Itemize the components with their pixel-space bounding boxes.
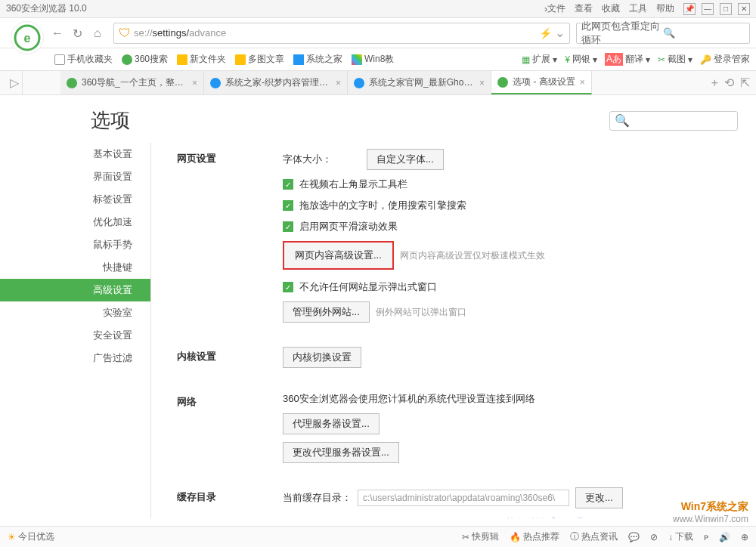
section-title-kernel: 内核设置 (177, 347, 283, 375)
webpage-advanced-button[interactable]: 网页内容高级设置... (283, 241, 394, 270)
sidebar-item-interface[interactable]: 界面设置 (0, 165, 150, 188)
settings-main: 网页设置 字体大小： 自定义字体... ✓在视频右上角显示工具栏 ✓拖放选中的文… (151, 143, 756, 518)
custom-font-button[interactable]: 自定义字体... (367, 149, 444, 170)
sun-icon: ☀ (8, 532, 16, 542)
url-text: se://settings/advance (134, 27, 536, 39)
bank-icon: ¥ (565, 54, 570, 65)
window-minimize-button[interactable]: — (702, 3, 714, 15)
kernel-switch-button[interactable]: 内核切换设置 (283, 347, 361, 368)
menu-file[interactable]: 文件 (547, 2, 565, 15)
status-today[interactable]: ☀今日优选 (8, 530, 54, 543)
close-icon[interactable]: × (336, 78, 341, 88)
status-momo[interactable]: ᴘ (704, 532, 708, 542)
tab-360nav[interactable]: 360导航_一个主页，整个世× (60, 71, 204, 94)
bookmark-multipic[interactable]: 多图文章 (235, 53, 284, 66)
new-tab-button[interactable]: + (711, 76, 718, 90)
flame-icon: 🔥 (510, 532, 521, 542)
toolbar-bank[interactable]: ¥网银▾ (565, 53, 597, 66)
browser-logo: e (11, 21, 44, 54)
sidebar-item-tabs[interactable]: 标签设置 (0, 188, 150, 211)
status-chat[interactable]: 💬 (628, 532, 640, 542)
checkbox-drag-search[interactable]: ✓ (283, 200, 293, 211)
bookmark-mobile[interactable]: 手机收藏夹 (54, 53, 113, 66)
puzzle-icon: ▦ (522, 54, 530, 65)
proxy-settings-button[interactable]: 代理服务器设置... (283, 413, 380, 434)
sidebar-item-advanced[interactable]: 高级设置 (0, 279, 150, 301)
tab-list-button[interactable]: ▷ (6, 71, 23, 94)
menu-view[interactable]: 查看 (575, 2, 593, 15)
checkbox-video-toolbar[interactable]: ✓ (283, 179, 293, 190)
favicon (354, 78, 364, 88)
window-close-button[interactable]: ✕ (738, 3, 750, 15)
status-block[interactable]: ⊘ (650, 532, 658, 542)
folder-icon (235, 54, 246, 65)
manage-exceptions-hint: 例外网站可以弹出窗口 (376, 306, 466, 319)
restore-tab-button[interactable]: ⟲ (724, 76, 734, 90)
lightning-icon[interactable]: ⚡ (539, 27, 552, 39)
bookmark-newfolder[interactable]: 新文件夹 (177, 53, 226, 66)
close-icon[interactable]: × (580, 77, 585, 88)
back-button[interactable]: ← (51, 26, 65, 40)
change-proxy-button[interactable]: 更改代理服务器设置... (283, 442, 399, 463)
tab-overflow-button[interactable]: ⇱ (740, 76, 750, 90)
toolbar-screenshot[interactable]: ✂截图▾ (658, 53, 692, 66)
watermark: Win7系统之家 www.Winwin7.com (673, 500, 748, 524)
checkbox-smooth-scroll[interactable]: ✓ (283, 221, 293, 232)
sidebar-item-shortcuts[interactable]: 快捷键 (0, 256, 150, 279)
close-icon[interactable]: × (479, 78, 485, 88)
toolbar-translate[interactable]: Aあ翻译▾ (605, 53, 650, 66)
sidebar-item-optimize[interactable]: 优化加速 (0, 211, 150, 233)
tab-settings[interactable]: 选项 - 高级设置× (491, 71, 592, 94)
menu-help[interactable]: 帮助 (656, 2, 674, 15)
360-icon (122, 54, 132, 65)
dropdown-icon[interactable]: ⌄ (555, 26, 565, 40)
status-quickedit[interactable]: ✂快剪辑 (462, 530, 499, 543)
translate-icon: Aあ (605, 53, 623, 66)
change-cache-button[interactable]: 更改... (575, 487, 623, 508)
window-maximize-button[interactable]: □ (720, 3, 732, 15)
status-mute[interactable]: 🔊 (719, 532, 730, 542)
section-title-network: 网络 (177, 392, 283, 471)
bookmark-360search[interactable]: 360搜索 (122, 53, 168, 66)
window-pin-button[interactable]: 📌 (683, 3, 696, 15)
status-bar: ☀今日优选 ✂快剪辑 🔥热点推荐 ⓘ热点资讯 💬 ⊘ ↓下载 ᴘ 🔊 ⊕ (0, 526, 756, 547)
tab-dedecms[interactable]: 系统之家-织梦内容管理系统× (204, 71, 348, 94)
sidebar-item-mouse[interactable]: 鼠标手势 (0, 233, 150, 256)
settings-search[interactable]: 🔍 (609, 111, 738, 131)
menu-tools[interactable]: 工具 (629, 2, 647, 15)
toolbar-login[interactable]: 🔑登录管家 (700, 53, 750, 66)
status-download[interactable]: ↓下载 (668, 530, 693, 543)
close-icon[interactable]: × (192, 78, 197, 88)
search-icon[interactable]: 🔍 (663, 27, 745, 39)
section-title-cache: 缓存目录 (177, 487, 283, 518)
sidebar-item-lab[interactable]: 实验室 (0, 301, 150, 324)
download-icon: ↓ (668, 532, 673, 542)
cache-path-input[interactable] (358, 490, 569, 506)
bookmark-win8[interactable]: Win8教 (352, 53, 394, 66)
status-hotnews[interactable]: ⓘ热点资讯 (570, 530, 618, 543)
message-box[interactable]: 此网页包含重定向循环 🔍 (576, 23, 750, 44)
menu-favorites[interactable]: 收藏 (602, 2, 620, 15)
sidebar-item-adblock[interactable]: 广告过滤 (0, 347, 150, 369)
restore-cache-link[interactable]: 恢复默认缓存目录 (507, 516, 585, 518)
sidebar-item-security[interactable]: 安全设置 (0, 324, 150, 347)
sidebar-item-basic[interactable]: 基本设置 (0, 143, 150, 165)
refresh-button[interactable]: ↻ (73, 26, 86, 40)
checkbox-block-popup[interactable]: ✓ (283, 282, 293, 292)
font-size-label: 字体大小： (283, 153, 332, 166)
status-recommend[interactable]: 🔥热点推荐 (510, 530, 559, 543)
home-button[interactable]: ⌂ (94, 26, 107, 40)
status-zoom[interactable]: ⊕ (741, 532, 748, 542)
search-icon: 🔍 (615, 113, 630, 128)
tab-ghost[interactable]: 系统之家官网_最新Ghost X× (348, 71, 491, 94)
mobile-icon (54, 54, 65, 65)
window-titlebar: 360安全浏览器 10.0 › 文件 查看 收藏 工具 帮助 📌 — □ ✕ (0, 0, 756, 18)
windows-icon (352, 54, 362, 65)
favicon (210, 78, 221, 88)
toolbar-extensions[interactable]: ▦扩展▾ (522, 53, 557, 66)
scissors-icon: ✂ (658, 54, 665, 65)
url-bar[interactable]: 🛡 se://settings/advance ⚡ ⌄ (113, 23, 570, 44)
manage-exceptions-button[interactable]: 管理例外网站... (283, 301, 370, 323)
bookmark-system[interactable]: 系统之家 (293, 53, 342, 66)
scissors-icon: ✂ (462, 532, 469, 542)
